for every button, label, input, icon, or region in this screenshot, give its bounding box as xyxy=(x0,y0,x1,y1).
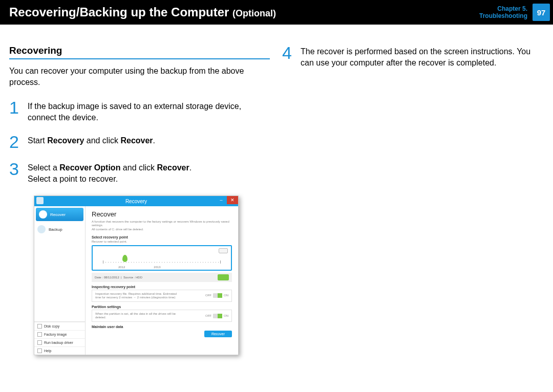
step-number: 3 xyxy=(9,161,22,184)
app-sidebar: Recover Backup Disk copy Factory image R… xyxy=(34,206,86,355)
select-point-sub: Recover to selected point. xyxy=(92,240,232,243)
recover-heading: Recover xyxy=(92,210,232,218)
timeline-years: 2012 2013 xyxy=(118,266,161,269)
text: and click xyxy=(120,163,157,172)
info-text: Date : 08/11/2012 | Source : HDD xyxy=(95,276,142,279)
calendar-icon[interactable] xyxy=(219,248,228,253)
text: and click xyxy=(84,136,120,145)
text: . xyxy=(189,163,192,172)
minimize-button[interactable]: – xyxy=(216,196,227,204)
recovery-app-window: Recovery – ✕ Recover Backup xyxy=(34,195,239,355)
step-1: 1 If the backup image is saved to an ext… xyxy=(9,100,270,123)
sidebar-item-label: Backup xyxy=(49,227,62,232)
backup-icon xyxy=(37,225,46,233)
text: All contents of C: drive will be deleted… xyxy=(92,228,143,231)
title-suffix: (Optional) xyxy=(232,8,276,18)
select-point-label: Select recovery point xyxy=(92,235,232,239)
intro-text: You can recover your computer using the … xyxy=(9,66,270,88)
link-label: Help xyxy=(44,349,51,353)
text: Start xyxy=(28,136,47,145)
value: HDD xyxy=(136,276,142,279)
recovery-info-bar: Date : 08/11/2012 | Source : HDD xyxy=(92,273,232,282)
sidebar-top: Recover Backup xyxy=(34,206,85,321)
inspect-label: Inspecting recovery point xyxy=(92,285,232,289)
step-number: 1 xyxy=(9,100,22,123)
link-label: Factory image xyxy=(44,333,67,336)
toggle-switch-icon xyxy=(213,314,222,318)
toggle-switch-icon xyxy=(213,293,222,298)
chapter-box: Chapter 5. Troubleshooting xyxy=(479,5,527,20)
partition-label: Partition settings xyxy=(92,305,232,309)
section-title: Recovering xyxy=(9,45,270,59)
step-number: 2 xyxy=(9,134,22,150)
app-main: Recover A function that recovers the com… xyxy=(86,206,238,355)
recover-icon xyxy=(39,210,47,219)
link-label: Disk copy xyxy=(44,324,59,328)
partition-row: When the partition is set, all the data … xyxy=(92,310,232,322)
step-body: The recover is performed based on the sc… xyxy=(301,45,543,68)
step-number: 4 xyxy=(282,45,294,68)
step-4: 4 The recover is performed based on the … xyxy=(282,45,543,68)
sidebar-item-label: Recover xyxy=(50,212,66,217)
label: Date : xyxy=(95,276,103,279)
step-body: Start Recovery and click Recover. xyxy=(28,134,155,150)
inspect-row: Inspection recovery file. Requires addit… xyxy=(92,290,232,302)
value: 08/11/2012 xyxy=(104,276,119,279)
app-icon xyxy=(36,197,44,204)
link-label: Run backup driver xyxy=(44,341,73,344)
disk-copy-icon xyxy=(37,324,42,329)
app-body: Recover Backup Disk copy Factory image R… xyxy=(34,206,238,355)
factory-image-icon xyxy=(37,332,42,337)
row-text: Inspection recovery file. Requires addit… xyxy=(95,292,182,299)
step-3: 3 Select a Recover Option and click Reco… xyxy=(9,161,270,184)
right-column: 4 The recover is performed based on the … xyxy=(282,45,543,355)
header-right: Chapter 5. Troubleshooting 97 xyxy=(479,4,553,21)
text: Select a point to recover. xyxy=(28,173,192,185)
text: . xyxy=(153,136,155,145)
step-2: 2 Start Recovery and click Recover. xyxy=(9,134,270,150)
page-title: Recovering/Backing up the Computer (Opti… xyxy=(9,5,276,19)
sidebar-item-recover[interactable]: Recover xyxy=(36,208,83,221)
year-label: 2012 xyxy=(118,266,125,269)
info-action-button[interactable] xyxy=(218,274,229,280)
window-controls: – ✕ xyxy=(216,196,238,204)
maintain-label: Maintain user data xyxy=(92,325,232,329)
inspect-toggle[interactable]: OFF ON xyxy=(205,293,228,298)
sidebar-link-factory-image[interactable]: Factory image xyxy=(34,330,85,338)
timeline-track xyxy=(103,262,221,263)
sidebar-link-run-backup-driver[interactable]: Run backup driver xyxy=(34,338,85,346)
sidebar-item-backup[interactable]: Backup xyxy=(34,223,85,236)
label: Source : xyxy=(123,276,135,279)
run-driver-icon xyxy=(37,340,42,345)
chapter-line2: Troubleshooting xyxy=(479,12,527,19)
step-body: If the backup image is saved to an exter… xyxy=(28,100,270,123)
off-label: OFF xyxy=(205,314,211,318)
off-label: OFF xyxy=(205,294,211,297)
year-label: 2013 xyxy=(154,266,160,269)
sidebar-link-disk-copy[interactable]: Disk copy xyxy=(34,322,85,330)
text: A function that recovers the computer to… xyxy=(92,220,229,227)
bold-text: Recover xyxy=(157,163,189,172)
sidebar-bottom: Disk copy Factory image Run backup drive… xyxy=(34,321,85,355)
timeline-pin-icon[interactable] xyxy=(122,255,127,262)
recover-desc: A function that recovers the computer to… xyxy=(92,220,232,231)
content-columns: Recovering You can recover your computer… xyxy=(0,25,553,355)
recover-button[interactable]: Recover xyxy=(204,331,232,337)
title-main: Recovering/Backing up the Computer xyxy=(9,5,229,19)
page-header: Recovering/Backing up the Computer (Opti… xyxy=(0,0,553,25)
step-body: Select a Recover Option and click Recove… xyxy=(28,161,192,184)
text: Select a xyxy=(28,163,59,172)
chapter-line1: Chapter 5. xyxy=(479,5,527,12)
row-text: When the partition is set, all the data … xyxy=(95,312,182,319)
on-label: ON xyxy=(224,294,228,297)
help-icon xyxy=(37,349,42,353)
bold-text: Recover Option xyxy=(59,163,120,172)
close-button[interactable]: ✕ xyxy=(227,196,238,204)
partition-toggle[interactable]: OFF ON xyxy=(205,314,228,318)
left-column: Recovering You can recover your computer… xyxy=(9,45,270,355)
app-title: Recovery xyxy=(125,199,147,204)
sidebar-link-help[interactable]: Help xyxy=(34,346,85,355)
recovery-timeline[interactable]: 2012 2013 xyxy=(92,245,232,271)
on-label: ON xyxy=(224,314,228,318)
bold-text: Recovery xyxy=(47,136,84,145)
